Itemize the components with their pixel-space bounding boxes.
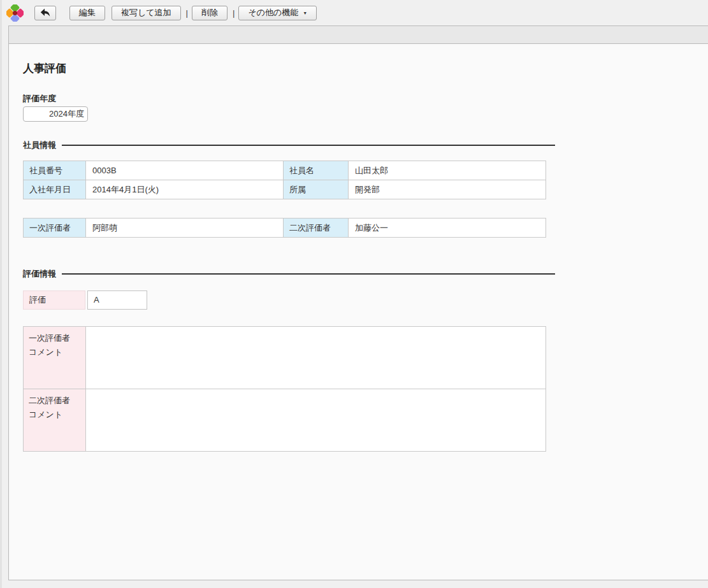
year-field-value: 2024年度 [23,106,88,122]
toolbar-separator: | [233,8,235,18]
primary-comment-value [86,327,546,389]
record-header-band [9,26,708,44]
evaluation-section-label: 評価情報 [23,268,56,280]
department-label: 所属 [284,180,349,199]
evaluator-table: 一次評価者 阿部萌 二次評価者 加藤公一 [23,218,546,238]
more-functions-button[interactable]: その他の機能 ▼ [238,6,317,20]
copy-add-button[interactable]: 複写して追加 [112,6,181,20]
employee-name-label: 社員名 [284,161,349,180]
grade-field-row: 評価 A [23,290,708,310]
section-rule [62,273,555,275]
toolbar-separator: | [186,8,188,18]
window-left-edge [0,0,2,588]
secondary-evaluator-value: 加藤公一 [349,219,546,238]
edit-button[interactable]: 編集 [69,6,105,20]
hire-date-value: 2014年4月1日(火) [86,180,284,199]
primary-comment-label: 一次評価者 コメント [24,327,86,389]
employee-number-value: 0003B [86,161,284,180]
evaluation-section-heading: 評価情報 [23,269,555,278]
back-button[interactable] [34,6,56,20]
back-arrow-icon [40,8,50,17]
employee-section-label: 社員情報 [23,140,56,151]
record-content: 人事評価 評価年度 2024年度 社員情報 社員番号 0003B 社員名 山田太… [9,44,708,452]
employee-section-heading: 社員情報 [23,140,555,150]
primary-evaluator-value: 阿部萌 [86,219,284,238]
secondary-comment-label: 二次評価者 コメント [24,389,86,452]
primary-evaluator-label: 一次評価者 [24,219,86,238]
delete-button[interactable]: 削除 [192,6,228,20]
page-title: 人事評価 [23,62,708,75]
secondary-comment-value [86,389,546,452]
more-functions-label: その他の機能 [248,7,298,18]
employee-number-label: 社員番号 [24,161,86,180]
hire-date-label: 入社年月日 [24,180,86,199]
comments-table: 一次評価者 コメント 二次評価者 コメント [23,326,546,452]
employee-info-table: 社員番号 0003B 社員名 山田太郎 入社年月日 2014年4月1日(火) 所… [23,161,546,199]
department-value: 開発部 [349,180,546,199]
record-toolbar: 編集 複写して追加 | 削除 | その他の機能 ▼ [0,0,708,25]
record-panel: 人事評価 評価年度 2024年度 社員情報 社員番号 0003B 社員名 山田太… [8,25,708,580]
app-clover-icon [6,4,24,22]
employee-name-value: 山田太郎 [349,161,546,180]
section-rule [62,145,555,146]
secondary-evaluator-label: 二次評価者 [284,219,349,238]
grade-label: 評価 [23,290,85,310]
grade-value: A [87,290,147,310]
chevron-down-icon: ▼ [303,11,307,15]
year-field-label: 評価年度 [23,94,708,103]
